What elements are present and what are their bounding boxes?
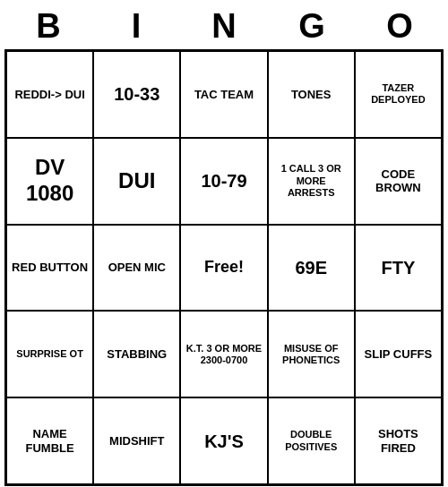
bingo-cell: DUI [93, 138, 180, 225]
bingo-cell: SURPRISE OT [6, 311, 93, 397]
bingo-cell: TONES [268, 51, 355, 138]
bingo-cell: Free! [180, 225, 267, 312]
bingo-cell: DOUBLE POSITIVES [268, 397, 355, 484]
bingo-cell: RED BUTTON [6, 225, 93, 312]
title-letter: G [271, 7, 352, 46]
bingo-cell: 10-33 [93, 51, 180, 138]
bingo-cell: NAME FUMBLE [6, 397, 93, 484]
bingo-grid: REDDI-> DUI10-33TAC TEAMTONESTAZER DEPLO… [4, 49, 444, 486]
bingo-cell: 10-79 [180, 138, 267, 225]
bingo-cell: DV 1080 [6, 138, 93, 225]
bingo-cell: SHOTS FIRED [355, 397, 442, 484]
title-letter: B [8, 7, 89, 46]
bingo-title: BINGO [4, 0, 444, 49]
bingo-cell: STABBING [93, 311, 180, 397]
title-letter: N [184, 7, 264, 46]
bingo-cell: SLIP CUFFS [355, 311, 442, 397]
bingo-cell: 69E [268, 225, 355, 312]
title-letter: O [359, 7, 440, 46]
bingo-cell: OPEN MIC [93, 225, 180, 312]
bingo-cell: MIDSHIFT [93, 397, 180, 484]
bingo-cell: MISUSE OF PHONETICS [268, 311, 355, 397]
bingo-cell: 1 CALL 3 OR MORE ARRESTS [268, 138, 355, 225]
bingo-cell: K.T. 3 OR MORE 2300-0700 [180, 311, 267, 397]
bingo-cell: FTY [355, 225, 442, 312]
bingo-cell: KJ'S [180, 397, 267, 484]
bingo-cell: TAZER DEPLOYED [355, 51, 442, 138]
bingo-cell: TAC TEAM [180, 51, 267, 138]
bingo-cell: REDDI-> DUI [6, 51, 93, 138]
title-letter: I [96, 7, 177, 46]
bingo-cell: CODE BROWN [355, 138, 442, 225]
